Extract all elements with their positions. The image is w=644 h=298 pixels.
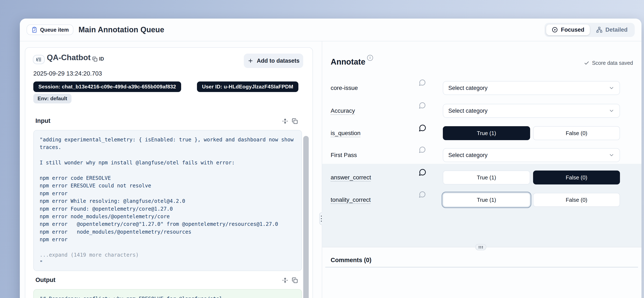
fold-vertical-icon[interactable] <box>282 277 288 283</box>
comment-bubble-icon[interactable] <box>419 168 426 176</box>
code-line: I still wonder why npm install @langfuse… <box>40 159 296 167</box>
code-line <box>40 167 296 174</box>
trace-panel: QA-Chatbot ID Add to datasets 2025-09-29… <box>25 47 313 298</box>
code-line: npm error node_modules/@opentelemetry/co… <box>40 213 296 220</box>
score-category-select[interactable]: Select category <box>443 148 620 162</box>
trace-panel-scrollbar[interactable] <box>303 136 309 298</box>
list-tree-icon <box>33 55 45 64</box>
code-line: npm error While resolving: @langfuse/ote… <box>40 197 296 205</box>
output-section-label: Output <box>36 276 56 283</box>
score-row: core-issue Select category ✕ <box>331 81 632 95</box>
score-label: is_question <box>331 126 360 140</box>
focused-view-icon <box>552 27 558 33</box>
select-placeholder: Select category <box>448 152 488 158</box>
code-line: "adding experimental_telemetry: { isEnab… <box>40 136 296 144</box>
input-section-label: Input <box>36 117 50 124</box>
input-section-actions <box>282 118 298 124</box>
grip-dots-icon <box>477 245 484 249</box>
input-code-block: "adding experimental_telemetry: { isEnab… <box>33 130 302 271</box>
comment-bubble-icon[interactable] <box>419 79 426 86</box>
comment-bubble-icon[interactable] <box>419 146 426 153</box>
code-line: " <box>40 259 296 266</box>
chevron-down-icon <box>608 152 614 158</box>
tab-focused-label: Focused <box>561 27 584 33</box>
score-false-button[interactable]: False (0) <box>533 126 620 140</box>
score-label: answer_correct <box>331 171 371 184</box>
select-placeholder: Select category <box>448 85 488 91</box>
code-line: npm error node_modules/@opentelemetry/re… <box>40 228 296 236</box>
score-false-button[interactable]: False (0) <box>533 193 620 207</box>
tab-detailed[interactable]: Detailed <box>591 25 633 35</box>
main-card: Queue item Main Annotation Queue Focused <box>20 19 642 298</box>
page-title: Main Annotation Queue <box>78 25 164 34</box>
score-true-button[interactable]: True (1) <box>443 126 530 140</box>
check-icon <box>584 60 590 66</box>
code-line: npm error <box>40 190 296 197</box>
score-saved-status: Score data saved <box>584 60 633 66</box>
chevron-down-icon <box>608 85 614 91</box>
queue-item-badge-label: Queue item <box>40 27 69 33</box>
annotation-queue-page: Queue item Main Annotation Queue Focused <box>0 0 644 298</box>
trace-id-label: ID <box>99 56 104 62</box>
session-badge: Session: chat_b13e4216-c09e-499d-a39c-65… <box>33 82 181 92</box>
score-row: tonality_correct True (1) False (0) ✕ <box>331 193 632 207</box>
copy-input-icon[interactable] <box>292 118 298 124</box>
tab-focused[interactable]: Focused <box>546 25 590 35</box>
score-label: core-issue <box>331 81 358 95</box>
code-line <box>40 151 296 159</box>
copy-id-icon <box>92 57 98 62</box>
plus-icon <box>248 58 254 64</box>
expand-input-link[interactable]: ...expand (1419 more characters) <box>40 251 296 259</box>
info-icon: i <box>367 55 373 61</box>
score-false-button[interactable]: False (0) <box>533 171 620 184</box>
score-label: Accuracy <box>331 104 355 118</box>
comments-title: Comments (0) <box>331 257 371 264</box>
score-row: is_question True (1) False (0) ✕ <box>331 126 632 140</box>
code-line <box>40 243 296 251</box>
comments-underline <box>325 267 638 268</box>
tab-detailed-label: Detailed <box>606 27 628 33</box>
score-label: First Pass <box>331 148 357 162</box>
code-line: npm error Found: @opentelemetry/core@1.2… <box>40 205 296 213</box>
vertical-resize-handle[interactable] <box>475 244 486 250</box>
add-to-datasets-button[interactable]: Add to datasets <box>244 54 303 68</box>
trace-title: QA-Chatbot <box>47 53 91 62</box>
copy-output-icon[interactable] <box>292 277 298 283</box>
comment-bubble-icon[interactable] <box>419 191 426 198</box>
card-header: Queue item Main Annotation Queue Focused <box>20 19 642 41</box>
comment-bubble-icon[interactable] <box>419 124 426 132</box>
score-true-button[interactable]: True (1) <box>443 171 530 184</box>
score-row: First Pass Select category ✕ <box>331 148 632 162</box>
output-code-block: "# Dependency conflict: why npm ERESOLVE… <box>33 289 302 298</box>
code-line: npm error code ERESOLVE <box>40 174 296 182</box>
code-line: npm error ERESOLVE could not resolve <box>40 182 296 189</box>
user-id-badge: User ID: u-HLdEogyJlzazF4SIaFPDM <box>197 82 298 92</box>
score-category-select[interactable]: Select category <box>443 104 620 118</box>
score-row: answer_correct True (1) False (0) ✕ <box>331 171 632 184</box>
code-line: npm error <box>40 236 296 243</box>
annotate-title: Annotatei <box>331 57 373 67</box>
score-label: tonality_correct <box>331 193 371 207</box>
trace-id-chip[interactable]: ID <box>92 56 104 62</box>
trace-timestamp: 2025-09-29 13:24:20.703 <box>33 70 102 77</box>
clipboard-pen-icon <box>31 27 38 33</box>
comment-bubble-icon[interactable] <box>419 102 426 109</box>
code-line: npm error @opentelemetry/core@"1.27.0" f… <box>40 220 296 228</box>
add-to-datasets-label: Add to datasets <box>257 58 300 64</box>
code-line: "# Dependency conflict: why npm ERESOLVE… <box>40 295 296 298</box>
fold-vertical-icon[interactable] <box>282 118 288 124</box>
score-true-button[interactable]: True (1) <box>443 193 530 207</box>
network-icon <box>596 27 602 33</box>
score-category-select[interactable]: Select category <box>443 81 620 95</box>
queue-item-badge: Queue item <box>26 25 74 35</box>
score-row: Accuracy Select category ✕ <box>331 104 632 118</box>
select-placeholder: Select category <box>448 108 488 114</box>
chevron-down-icon <box>608 108 614 114</box>
view-toggle: Focused Detailed <box>544 23 635 37</box>
env-badge: Env: default <box>33 94 72 103</box>
output-section-actions <box>282 277 298 283</box>
code-line: traces. <box>40 144 296 151</box>
